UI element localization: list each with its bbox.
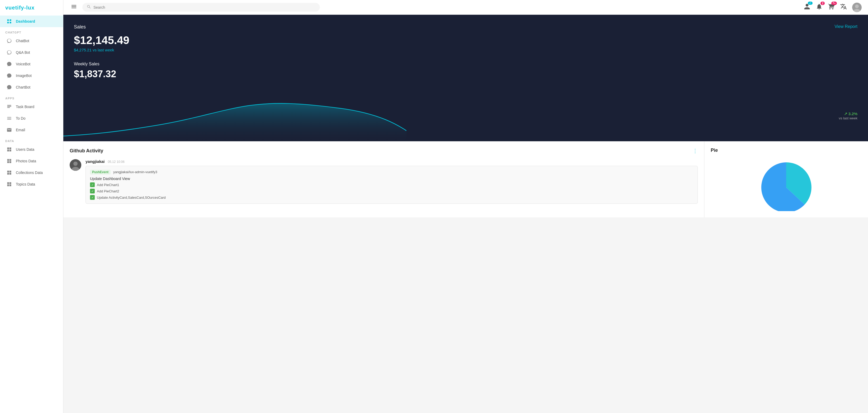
svg-rect-5	[7, 106, 11, 107]
section-chatgpt: CHATGPT	[0, 27, 63, 35]
repo-link[interactable]: yangjiakai/lux-admin-vuetify3	[113, 170, 157, 174]
logo: vuetify-lux	[0, 0, 63, 15]
imagebot-icon	[6, 73, 12, 78]
usersdata-label: Users Data	[16, 147, 34, 151]
github-card-title: Github Activity	[70, 148, 103, 154]
profile-button[interactable]: ✓	[804, 3, 810, 11]
pie-chart	[749, 159, 823, 211]
commit-avatar	[70, 159, 81, 171]
main-area: ✓ 2 7+ Sales View Report	[63, 0, 868, 413]
commit-event-line: PushEvent yangjiakai/lux-admin-vuetify3	[90, 170, 693, 174]
voicebot-label: VoiceBot	[16, 62, 30, 66]
cart-button[interactable]: 7+	[828, 3, 835, 11]
svg-point-8	[855, 4, 859, 8]
taskboard-icon	[6, 104, 12, 110]
search-input[interactable]	[93, 5, 316, 9]
todo-label: To Do	[16, 116, 26, 121]
svg-point-11	[73, 162, 78, 166]
chartbot-icon	[6, 84, 12, 90]
content: Sales View Report $12,145.49 $4,275.21 v…	[63, 15, 868, 413]
profile-badge: ✓	[808, 2, 813, 5]
chatbot-label: ChatBot	[16, 39, 29, 43]
taskboard-label: Task Board	[16, 105, 34, 109]
commit-info: yangjiakai 05,12 10:06 PushEvent yangjia…	[86, 159, 698, 204]
sidebar-item-taskboard[interactable]: Task Board	[0, 101, 63, 112]
weekly-sales-amount: $1,837.32	[74, 69, 858, 79]
sales-vs-last-week: $4,275.21 vs last week	[74, 48, 858, 52]
section-apps: APPS	[0, 93, 63, 101]
dashboard-label: Dashboard	[16, 19, 35, 24]
check-icon-2: ✓	[90, 195, 95, 200]
sidebar-item-chatbot[interactable]: ChatBot	[0, 35, 63, 47]
photosdata-icon	[6, 158, 12, 164]
sidebar-item-todo[interactable]: To Do	[0, 112, 63, 124]
sidebar-item-chartbot[interactable]: ChartBot	[0, 81, 63, 93]
commit-username: yangjiakai	[86, 159, 105, 164]
sidebar-item-imagebot[interactable]: ImageBot	[0, 70, 63, 81]
checklist-label-2: Update ActivityCard,SalesCard,SOurcesCar…	[97, 196, 166, 200]
logo-main: vuetify	[5, 5, 24, 10]
sidebar-item-usersdata[interactable]: Users Data	[0, 144, 63, 155]
pie-card-title: Pie	[711, 147, 718, 153]
search-bar	[82, 3, 320, 11]
svg-rect-3	[10, 22, 11, 24]
collectionsdata-label: Collections Data	[16, 171, 43, 175]
menu-button[interactable]	[70, 2, 78, 12]
check-icon-1: ✓	[90, 189, 95, 194]
checklist-item-0: ✓ Add PieChart1	[90, 182, 693, 187]
sales-title: Sales	[74, 24, 86, 30]
sidebar-item-topicsdata[interactable]: Topics Data	[0, 178, 63, 190]
check-icon-0: ✓	[90, 182, 95, 187]
view-report-button[interactable]: View Report	[835, 24, 858, 29]
commit-box: PushEvent yangjiakai/lux-admin-vuetify3 …	[86, 166, 698, 204]
email-icon	[6, 127, 12, 133]
sidebar-item-voicebot[interactable]: VoiceBot	[0, 58, 63, 70]
pie-card: Pie	[704, 141, 868, 217]
photosdata-label: Photos Data	[16, 159, 36, 163]
change-label: vs last week	[839, 116, 858, 120]
section-data: DATA	[0, 136, 63, 144]
usersdata-icon	[6, 146, 12, 152]
sidebar-item-photosdata[interactable]: Photos Data	[0, 155, 63, 167]
pie-chart-container	[711, 159, 862, 211]
translate-button[interactable]	[840, 3, 847, 11]
github-activity-card: Github Activity ⋮ yangjiakai 05,12 10:06…	[63, 141, 704, 217]
sidebar-item-email[interactable]: Email	[0, 124, 63, 136]
chartbot-label: ChartBot	[16, 85, 30, 89]
todo-icon	[6, 115, 12, 121]
logo-accent: -lux	[24, 5, 35, 10]
svg-rect-6	[7, 107, 10, 108]
svg-rect-2	[7, 22, 9, 24]
github-menu-button[interactable]: ⋮	[692, 147, 698, 154]
topbar: ✓ 2 7+	[63, 0, 868, 15]
sidebar-item-qabot[interactable]: Q&A Bot	[0, 47, 63, 58]
sidebar: vuetify-lux Dashboard CHATGPT ChatBot Q&…	[0, 0, 63, 413]
sidebar-item-dashboard[interactable]: Dashboard	[0, 15, 63, 27]
avatar[interactable]	[852, 3, 862, 12]
imagebot-label: ImageBot	[16, 73, 32, 78]
checklist-label-1: Add PieChart2	[97, 189, 119, 193]
collectionsdata-icon	[6, 170, 12, 175]
qabot-icon	[6, 49, 12, 55]
commit-row: yangjiakai 05,12 10:06 PushEvent yangjia…	[70, 159, 698, 204]
sales-chart	[63, 94, 406, 141]
commit-message: Update Dashboard View	[90, 177, 693, 181]
checklist-label-0: Add PieChart1	[97, 183, 119, 187]
svg-rect-4	[7, 105, 11, 106]
qabot-label: Q&A Bot	[16, 50, 30, 55]
svg-rect-1	[10, 20, 11, 21]
change-badge: ↗ 3.2% vs last week	[839, 111, 858, 120]
topicsdata-label: Topics Data	[16, 182, 35, 186]
pie-card-header: Pie	[711, 147, 862, 153]
topbar-icons: ✓ 2 7+	[804, 3, 862, 12]
dashboard-icon	[6, 19, 12, 24]
checklist-item-2: ✓ Update ActivityCard,SalesCard,SOurcesC…	[90, 195, 693, 200]
sidebar-item-collectionsdata[interactable]: Collections Data	[0, 167, 63, 178]
voicebot-icon	[6, 61, 12, 67]
sales-amount: $12,145.49	[74, 34, 858, 47]
github-card-header: Github Activity ⋮	[70, 147, 698, 154]
notification-button[interactable]: 2	[816, 3, 823, 11]
bottom-section: Github Activity ⋮ yangjiakai 05,12 10:06…	[63, 141, 868, 217]
weekly-sales-label: Weekly Sales	[74, 62, 858, 66]
notification-badge: 2	[820, 2, 825, 5]
